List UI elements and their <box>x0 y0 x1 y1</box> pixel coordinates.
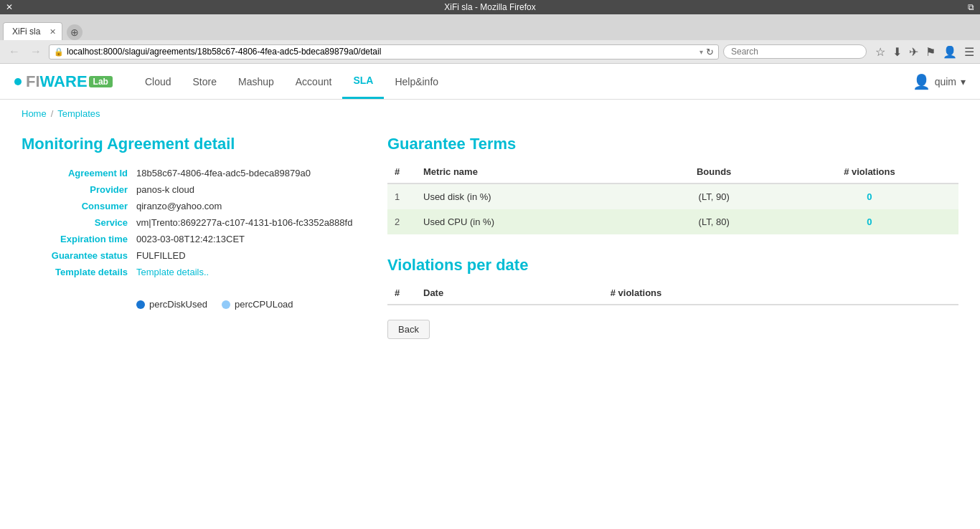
value-template-details: Template details.. <box>136 267 359 277</box>
legend-label-disk: percDiskUsed <box>149 299 207 310</box>
gt-cell-metric: Used CPU (in %) <box>416 209 647 234</box>
left-panel: Monitoring Agreement detail Agreement Id… <box>22 135 359 339</box>
detail-row-template-details: Template details Template details.. <box>22 267 359 277</box>
url-input[interactable] <box>67 47 699 57</box>
breadcrumb: Home / Templates <box>0 100 980 128</box>
gt-col-metric: Metric name <box>416 161 647 184</box>
detail-row-guarantee-status: Guarantee status FULFILLED <box>22 250 359 261</box>
breadcrumb-home[interactable]: Home <box>22 108 47 119</box>
table-row: 2 Used CPU (in %) (LT, 80) 0 <box>387 209 958 234</box>
flag-icon[interactable]: ⚑ <box>925 45 936 59</box>
download-icon[interactable]: ⬇ <box>892 45 902 59</box>
label-consumer: Consumer <box>22 201 136 211</box>
address-bar: 🔒 ▾ ↻ <box>49 44 719 59</box>
user-area[interactable]: 👤 quim ▾ <box>913 73 966 90</box>
nav-cloud[interactable]: Cloud <box>134 65 182 98</box>
back-nav-button[interactable]: ← <box>6 43 23 60</box>
nav-mashup[interactable]: Mashup <box>227 65 285 98</box>
tab-label: XiFi sla <box>12 27 40 37</box>
logo-lab: Lab <box>89 76 113 87</box>
username: quim <box>935 76 956 87</box>
detail-row-provider: Provider panos-k cloud <box>22 184 359 195</box>
gt-col-bounds: Bounds <box>647 161 780 184</box>
label-service: Service <box>22 217 136 228</box>
gt-cell-bounds: (LT, 80) <box>647 209 780 234</box>
page-header: FIWARE Lab Cloud Store Mashup Account SL… <box>0 64 980 100</box>
violations-table: # Date # violations <box>387 282 958 305</box>
template-details-link[interactable]: Template details.. <box>136 267 209 277</box>
label-expiration: Expiration time <box>22 234 136 244</box>
chart-legend: percDiskUsed percCPULoad <box>136 299 359 310</box>
breadcrumb-separator: / <box>51 108 54 119</box>
dropdown-icon[interactable]: ▾ <box>699 48 703 56</box>
user-dropdown-icon: ▾ <box>961 76 966 87</box>
value-service: vm|Trento:8692277a-c107-4131-b106-fc3352… <box>136 217 359 228</box>
menu-icon[interactable]: ☰ <box>964 45 974 59</box>
value-provider: panos-k cloud <box>136 184 359 195</box>
value-expiration: 0023-03-08T12:42:13CET <box>136 234 359 244</box>
detail-row-service: Service vm|Trento:8692277a-c107-4131-b10… <box>22 217 359 228</box>
gt-cell-metric: Used disk (in %) <box>416 184 647 209</box>
nav-helpinfo[interactable]: Help&info <box>384 65 449 98</box>
gt-col-violations: # violations <box>781 161 958 184</box>
forward-nav-button[interactable]: → <box>27 43 44 60</box>
logo-dot <box>14 78 22 85</box>
browser-titlebar: ✕ XiFi sla - Mozilla Firefox ⧉ <box>0 0 980 14</box>
user-icon: 👤 <box>913 73 930 90</box>
breadcrumb-current[interactable]: Templates <box>57 108 100 119</box>
label-agreement-id: Agreement Id <box>22 168 136 178</box>
back-button[interactable]: Back <box>387 320 430 339</box>
restore-icon[interactable]: ⧉ <box>968 2 974 12</box>
browser-toolbar: ← → 🔒 ▾ ↻ ☆ ⬇ ✈ ⚑ 👤 ☰ <box>0 40 980 64</box>
gt-cell-num: 1 <box>387 184 416 209</box>
refresh-icon[interactable]: ↻ <box>706 47 714 57</box>
close-icon[interactable]: ✕ <box>6 2 13 12</box>
viol-col-num: # <box>387 282 416 305</box>
nav-sla[interactable]: SLA <box>342 64 384 99</box>
value-agreement-id: 18b58c67-4806-4fea-adc5-bdeca89879a0 <box>136 168 359 178</box>
detail-row-agreement-id: Agreement Id 18b58c67-4806-4fea-adc5-bde… <box>22 168 359 178</box>
nav-store[interactable]: Store <box>182 65 227 98</box>
user-sync-icon[interactable]: 👤 <box>943 45 957 59</box>
gt-cell-num: 2 <box>387 209 416 234</box>
label-provider: Provider <box>22 184 136 195</box>
detail-row-consumer: Consumer qiranzo@yahoo.com <box>22 201 359 211</box>
new-tab-button[interactable]: ⊕ <box>67 24 83 40</box>
label-template-details: Template details <box>22 267 136 277</box>
viol-col-date: Date <box>416 282 603 305</box>
gt-cell-violations: 0 <box>781 209 958 234</box>
monitoring-title: Monitoring Agreement detail <box>22 135 359 153</box>
logo-fi: FI <box>26 72 40 91</box>
tab-close-icon[interactable]: ✕ <box>50 27 56 37</box>
detail-row-expiration: Expiration time 0023-03-08T12:42:13CET <box>22 234 359 244</box>
gt-cell-bounds: (LT, 90) <box>647 184 780 209</box>
bookmark-icon[interactable]: ☆ <box>875 45 885 59</box>
viol-col-violations: # violations <box>603 282 958 305</box>
detail-table: Agreement Id 18b58c67-4806-4fea-adc5-bde… <box>22 168 359 277</box>
browser-tab[interactable]: XiFi sla ✕ <box>3 22 62 40</box>
right-panel: Guarantee Terms # Metric name Bounds # v… <box>387 135 958 339</box>
legend-dot-disk <box>136 300 145 309</box>
nav-menu: Cloud Store Mashup Account SLA Help&info <box>134 64 913 99</box>
violations-title: Violations per date <box>387 256 958 275</box>
search-input[interactable] <box>731 47 859 57</box>
legend-item-cpu: percCPULoad <box>222 299 293 310</box>
browser-tabs: XiFi sla ✕ ⊕ <box>0 14 980 40</box>
gt-col-num: # <box>387 161 416 184</box>
label-guarantee-status: Guarantee status <box>22 250 136 261</box>
main-content: Monitoring Agreement detail Agreement Id… <box>0 128 980 361</box>
send-icon[interactable]: ✈ <box>909 45 918 59</box>
logo-ware: WARE <box>40 72 88 91</box>
legend-item-disk: percDiskUsed <box>136 299 207 310</box>
guarantee-terms-title: Guarantee Terms <box>387 135 958 153</box>
browser-title: XiFi sla - Mozilla Firefox <box>444 2 535 12</box>
nav-account[interactable]: Account <box>285 65 343 98</box>
gt-header-row: # Metric name Bounds # violations <box>387 161 958 184</box>
gt-cell-violations: 0 <box>781 184 958 209</box>
table-row: 1 Used disk (in %) (LT, 90) 0 <box>387 184 958 209</box>
search-bar <box>723 44 867 59</box>
viol-header-row: # Date # violations <box>387 282 958 305</box>
logo[interactable]: FIWARE Lab <box>14 65 113 98</box>
toolbar-icons: ☆ ⬇ ✈ ⚑ 👤 ☰ <box>875 45 974 59</box>
value-guarantee-status: FULFILLED <box>136 250 359 261</box>
